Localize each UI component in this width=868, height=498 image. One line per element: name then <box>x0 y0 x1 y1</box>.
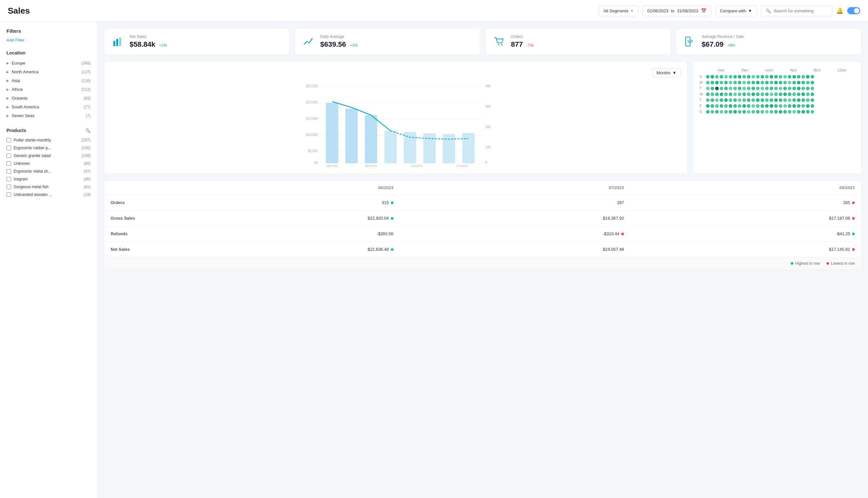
heatmap-dot <box>806 75 809 79</box>
search-box[interactable]: 🔍 <box>761 5 832 16</box>
heatmap-dot <box>792 87 796 90</box>
product-item: Ergonomic metal sh... (47) <box>7 167 91 175</box>
heatmap-dot <box>783 104 787 108</box>
time-4am: 4am <box>718 68 725 72</box>
compare-dropdown[interactable]: Compare with ▼ <box>715 5 757 16</box>
heatmap-dot <box>729 81 732 84</box>
svg-rect-0 <box>113 41 115 46</box>
dot-red <box>852 201 855 204</box>
search-icon: 🔍 <box>766 9 771 13</box>
svg-text:$5,000: $5,000 <box>308 149 318 153</box>
heatmap-row-s-6: S <box>700 110 855 114</box>
location-count: (83) <box>84 96 91 101</box>
heatmap-dot <box>788 104 791 108</box>
heatmap-dot <box>738 98 741 102</box>
product-checkbox[interactable] <box>7 169 11 173</box>
product-checkbox[interactable] <box>7 138 11 142</box>
location-item-africa[interactable]: ▶ Africa (112) <box>7 85 91 94</box>
table-cell-value: 297 <box>400 195 631 210</box>
heatmap-dot <box>811 92 814 96</box>
heatmap-dot <box>779 87 782 90</box>
data-table: 06/2023 07/2023 08/2023 Orders315297265G… <box>104 180 861 270</box>
kpi-value-row: 877 -7% <box>511 40 664 49</box>
location-item-left: ▶ Europe <box>7 61 25 66</box>
product-name: Unknown <box>14 161 30 166</box>
location-item-left: ▶ North America <box>7 69 38 74</box>
heatmap-dot <box>751 87 755 90</box>
heatmap-dot <box>711 81 714 84</box>
product-checkbox[interactable] <box>7 161 11 166</box>
dot-green <box>852 233 855 235</box>
location-item-asia[interactable]: ▶ Asia (116) <box>7 76 91 85</box>
heatmap-dot <box>797 81 801 84</box>
chevron-right-icon: ▶ <box>7 61 9 65</box>
table-cell-value: $22,920.04 <box>169 211 400 226</box>
heatmap-dot <box>720 75 723 79</box>
product-checkbox[interactable] <box>7 185 11 189</box>
heatmap-dot <box>765 104 769 108</box>
heatmap-dot <box>706 75 710 79</box>
date-separator: to <box>671 9 675 13</box>
heatmap-dot <box>742 104 746 108</box>
heatmap-dot <box>774 81 778 84</box>
dot-red <box>852 217 855 220</box>
segment-dropdown[interactable]: All Segments ▼ <box>599 5 638 16</box>
heatmap-card: 4am 8am noon 4pm 8pm 12am SMTWTFS <box>693 61 861 174</box>
heatmap-dot <box>751 81 755 84</box>
location-name: Europe <box>12 61 25 66</box>
heatmap-dot <box>792 98 796 102</box>
product-checkbox[interactable] <box>7 177 11 181</box>
heatmap-time-labels: 4am 8am noon 4pm 8pm 12am <box>700 68 855 72</box>
location-item-oceania[interactable]: ▶ Oceania (83) <box>7 94 91 103</box>
kpi-label-net-sales: Net Sales <box>130 35 283 39</box>
heatmap-dot <box>747 75 751 79</box>
date-range-picker[interactable]: 01/06/2023 to 31/08/2023 📅 <box>643 5 711 16</box>
kpi-info-orders: Orders 877 -7% <box>511 35 664 49</box>
products-search-icon[interactable]: 🔍 <box>86 128 91 133</box>
search-input[interactable] <box>774 9 827 13</box>
product-checkbox[interactable] <box>7 154 11 158</box>
table-legend: Highest in row Lowest in row <box>104 257 861 270</box>
table-cell-value: $19,367.92 <box>400 211 631 226</box>
notification-bell-icon[interactable]: 🔔 <box>836 7 843 14</box>
products-section: Products 🔍 Putler starter-monthly (267) … <box>7 128 91 199</box>
heatmap-dot <box>783 98 787 102</box>
location-item-left: ▶ Oceania <box>7 96 27 101</box>
chevron-down-icon: ▼ <box>748 9 752 13</box>
add-filter-button[interactable]: Add Filter <box>7 38 91 42</box>
product-checkbox[interactable] <box>7 192 11 197</box>
heatmap-dot <box>720 87 723 90</box>
kpi-card-daily-avg: Daily Average $639.56 +1% <box>295 28 480 55</box>
theme-toggle[interactable] <box>847 7 860 14</box>
heatmap-dot <box>711 75 714 79</box>
svg-text:100: 100 <box>485 146 491 149</box>
heatmap-dot <box>806 87 809 90</box>
svg-text:300: 300 <box>485 105 491 108</box>
heatmap-dot <box>806 92 809 96</box>
heatmap-dot <box>779 104 782 108</box>
heatmap-dot <box>788 98 791 102</box>
heatmap-dot <box>783 92 787 96</box>
location-item-left: ▶ South America <box>7 104 39 109</box>
bar-chart-icon <box>111 35 125 49</box>
svg-point-5 <box>501 44 503 45</box>
heatmap-dot <box>797 98 801 102</box>
product-name: Putler starter-monthly <box>14 138 51 142</box>
heatmap-dot <box>756 92 760 96</box>
location-item-seven-seas[interactable]: ▶ Seven Seas (7) <box>7 111 91 120</box>
heatmap-dots <box>706 110 814 114</box>
col-header-0623: 06/2023 <box>169 181 400 195</box>
product-name: Icegram <box>14 177 28 181</box>
heatmap-dot <box>792 75 796 79</box>
months-dropdown[interactable]: Months ▼ <box>652 68 681 78</box>
location-item-europe[interactable]: ▶ Europe (349) <box>7 59 91 67</box>
col-header-empty <box>104 181 169 195</box>
location-item-north-america[interactable]: ▶ North America (127) <box>7 67 91 76</box>
location-count: (7) <box>86 114 91 118</box>
product-count: (80) <box>84 161 91 166</box>
location-item-south-america[interactable]: ▶ South America (77) <box>7 103 91 111</box>
time-8pm: 8pm <box>814 68 820 72</box>
product-checkbox[interactable] <box>7 146 11 150</box>
product-name: Unbranded wooden ... <box>14 192 52 197</box>
heatmap-dot <box>792 110 796 114</box>
